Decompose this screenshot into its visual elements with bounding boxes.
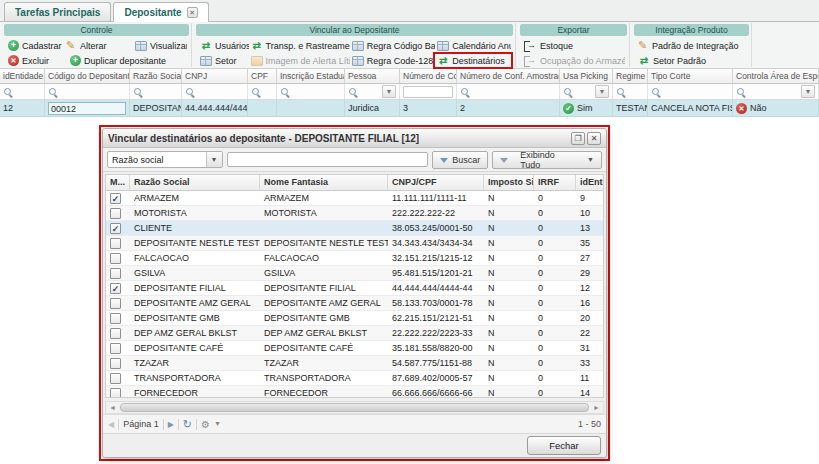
grid-cell-numero-de-conf-correta[interactable]: 3: [400, 100, 457, 116]
grid-cell-pessoa[interactable]: Juridica: [345, 100, 400, 116]
modal-cell-fantasia[interactable]: ARMAZEM: [260, 191, 388, 205]
destinatario-row[interactable]: CLIENTE38.053.245/0001-50N013: [106, 221, 603, 236]
modal-cell-imposto[interactable]: N: [484, 206, 534, 220]
modal-cell-irrf[interactable]: 0: [534, 236, 576, 250]
destinatario-row[interactable]: DEPOSITANTE NESTLE TESTEDEPOSITANTE NEST…: [106, 236, 603, 251]
modal-cell-irrf[interactable]: 0: [534, 356, 576, 370]
regra-code-128-button[interactable]: Regra Code-128: [350, 55, 436, 67]
grid-cell-razao-social[interactable]: DEPOSITANTE: [130, 100, 182, 116]
modal-cell-imposto[interactable]: N: [484, 311, 534, 325]
modal-cell-id[interactable]: 20: [576, 311, 604, 325]
destinatario-row[interactable]: DEPOSITANTE AMZ GERALDEPOSITANTE AMZ GER…: [106, 296, 603, 311]
grid-cell-controla-area-de-espera[interactable]: Não: [733, 100, 819, 116]
refresh-icon[interactable]: [183, 419, 192, 430]
filter-dropdown-icon[interactable]: [801, 85, 815, 98]
regra-codigo-barra-button[interactable]: Regra Código Barra: [350, 40, 436, 52]
checkbox-cell[interactable]: [106, 296, 130, 310]
grid-cell-cnpj[interactable]: 44.444.444/4444-44: [182, 100, 248, 116]
modal-cell-id[interactable]: 31: [576, 341, 604, 355]
modal-cell-fantasia[interactable]: DEP AMZ GERAL BKLST: [260, 326, 388, 340]
grid-cell-codigo-do-depositante[interactable]: 00012: [45, 100, 130, 116]
fechar-button[interactable]: Fechar: [527, 436, 601, 455]
destinatario-row[interactable]: ARMAZEMARMAZEM11.111.111/1111-11N09: [106, 191, 603, 206]
filter-cell-cpf[interactable]: [248, 84, 277, 99]
tab-tarefas-principais[interactable]: Tarefas Principais: [4, 2, 111, 21]
modal-cell-irrf[interactable]: 0: [534, 206, 576, 220]
checkbox[interactable]: [110, 373, 121, 384]
checkbox-cell[interactable]: [106, 341, 130, 355]
checkbox[interactable]: [110, 238, 121, 249]
modal-cell-razao[interactable]: DEPOSITANTE CAFÉ: [130, 341, 260, 355]
modal-cell-irrf[interactable]: 0: [534, 326, 576, 340]
destinatario-row[interactable]: TRANSPORTADORATRANSPORTADORA87.689.402/0…: [106, 371, 603, 386]
modal-cell-cnpj[interactable]: 34.343.434/3434-34: [388, 236, 484, 250]
modal-cell-razao[interactable]: MOTORISTA: [130, 206, 260, 220]
modal-cell-razao[interactable]: DEPOSITANTE FILIAL: [130, 281, 260, 295]
modal-cell-razao[interactable]: DEPOSITANTE AMZ GERAL: [130, 296, 260, 310]
previous-page-icon[interactable]: ◀: [108, 420, 114, 429]
modal-cell-fantasia[interactable]: DEPOSITANTE GMB: [260, 311, 388, 325]
modal-cell-fantasia[interactable]: DEPOSITANTE AMZ GERAL: [260, 296, 388, 310]
modal-cell-razao[interactable]: FORNECEDOR: [130, 386, 260, 398]
checkbox-cell[interactable]: [106, 371, 130, 385]
modal-cell-imposto[interactable]: N: [484, 266, 534, 280]
search-field-select[interactable]: Razão social: [107, 151, 223, 168]
filter-cell-cnpj[interactable]: [182, 84, 248, 99]
modal-cell-irrf[interactable]: 0: [534, 281, 576, 295]
filter-cell-identidade[interactable]: [0, 84, 45, 99]
checkbox[interactable]: [110, 298, 121, 309]
modal-cell-id[interactable]: 13: [576, 221, 604, 235]
modal-cell-cnpj[interactable]: 95.481.515/1201-21: [388, 266, 484, 280]
destinatario-row[interactable]: TZAZARTZAZAR54.587.775/1151-88N033: [106, 356, 603, 371]
modal-cell-imposto[interactable]: N: [484, 281, 534, 295]
modal-cell-cnpj[interactable]: 62.215.151/2121-51: [388, 311, 484, 325]
modal-cell-razao[interactable]: TZAZAR: [130, 356, 260, 370]
modal-cell-irrf[interactable]: 0: [534, 191, 576, 205]
grid-cell-cpf[interactable]: [248, 100, 277, 116]
close-icon[interactable]: ✕: [587, 132, 601, 145]
checkbox-cell[interactable]: [106, 326, 130, 340]
modal-cell-fantasia[interactable]: MOTORISTA: [260, 206, 388, 220]
modal-cell-imposto[interactable]: N: [484, 326, 534, 340]
modal-cell-fantasia[interactable]: FALCAOCAO: [260, 251, 388, 265]
close-icon[interactable]: [187, 7, 198, 18]
destinatario-row[interactable]: DEPOSITANTE CAFÉDEPOSITANTE CAFÉ35.181.5…: [106, 341, 603, 356]
modal-title-bar[interactable]: Vincular destinatários ao depositante - …: [103, 129, 606, 148]
destinatario-row[interactable]: FALCAOCAOFALCAOCAO32.151.215/1215-12N027: [106, 251, 603, 266]
modal-cell-razao[interactable]: DEPOSITANTE NESTLE TESTE: [130, 236, 260, 250]
modal-cell-id[interactable]: 14: [576, 386, 604, 398]
restore-icon[interactable]: ❐: [571, 132, 585, 145]
modal-cell-fantasia[interactable]: FORNECEDOR: [260, 386, 388, 398]
modal-cell-fantasia[interactable]: DEPOSITANTE CAFÉ: [260, 341, 388, 355]
filter-cell-regime[interactable]: [613, 84, 648, 99]
filter-input[interactable]: [403, 86, 453, 98]
modal-cell-id[interactable]: 9: [576, 191, 604, 205]
checkbox[interactable]: [110, 313, 121, 324]
modal-cell-id[interactable]: 12: [576, 281, 604, 295]
checkbox-cell[interactable]: [106, 206, 130, 220]
grid-cell-usa-picking[interactable]: Sim: [560, 100, 613, 116]
modal-cell-fantasia[interactable]: GSILVA: [260, 266, 388, 280]
modal-cell-imposto[interactable]: N: [484, 356, 534, 370]
checkbox-cell[interactable]: [106, 311, 130, 325]
checkbox[interactable]: [110, 253, 121, 264]
modal-cell-razao[interactable]: TRANSPORTADORA: [130, 371, 260, 385]
scrollbar-thumb[interactable]: [120, 403, 589, 412]
checkbox-cell[interactable]: [106, 221, 130, 235]
modal-cell-cnpj[interactable]: 32.151.215/1215-12: [388, 251, 484, 265]
setor-button[interactable]: Setor: [198, 55, 249, 67]
visualizar-button[interactable]: Visualizar: [133, 40, 187, 52]
setor-padrao-button[interactable]: Setor Padrão: [636, 54, 708, 67]
modal-cell-id[interactable]: 27: [576, 251, 604, 265]
filter-cell-controla-area-de-espera[interactable]: [733, 84, 819, 99]
checkbox[interactable]: [110, 223, 121, 234]
modal-cell-irrf[interactable]: 0: [534, 251, 576, 265]
checkbox[interactable]: [110, 283, 121, 294]
modal-cell-irrf[interactable]: 0: [534, 371, 576, 385]
modal-cell-cnpj[interactable]: 44.444.444/4444-44: [388, 281, 484, 295]
modal-cell-razao[interactable]: GSILVA: [130, 266, 260, 280]
modal-cell-razao[interactable]: DEPOSITANTE GMB: [130, 311, 260, 325]
checkbox-cell[interactable]: [106, 251, 130, 265]
checkbox[interactable]: [110, 328, 121, 339]
destinatario-row[interactable]: MOTORISTAMOTORISTA222.222.222-22N010: [106, 206, 603, 221]
